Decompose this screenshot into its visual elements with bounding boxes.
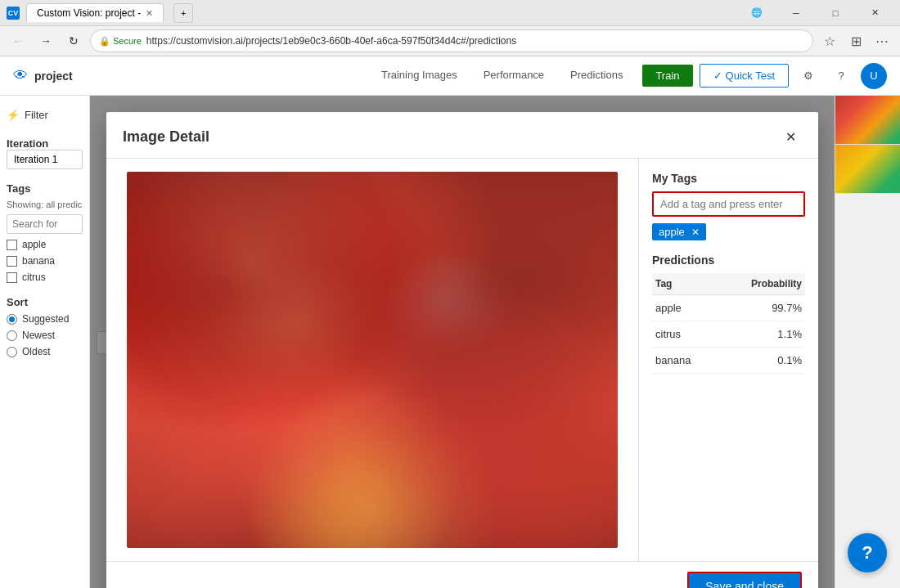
pred-prob-banana: 0.1% (717, 348, 805, 374)
tag-citrus[interactable]: citrus (7, 272, 83, 283)
settings-icon[interactable]: ⚙ (795, 63, 821, 89)
app-title: project (34, 70, 73, 83)
browser-toolbar: ← → ↻ 🔒 Secure https://customvision.ai/p… (0, 26, 900, 56)
my-tags-label: My Tags (652, 172, 805, 185)
menu-icon[interactable]: ⋯ (871, 29, 893, 52)
user-avatar[interactable]: U (861, 63, 887, 89)
forward-button[interactable]: → (34, 29, 57, 52)
browser-favicon: CV (7, 7, 20, 20)
predictions-section: Predictions Tag Probability (652, 254, 805, 374)
modal-footer: Save and close (106, 561, 818, 588)
toolbar-icons: ☆ ⊞ ⋯ (818, 29, 893, 52)
image-detail-modal: Image Detail ✕ My Tags (106, 112, 818, 588)
address-bar[interactable]: 🔒 Secure https://customvision.ai/project… (90, 29, 813, 52)
main-area: ⚡ Filter Iteration Iteration 1 Tags Show… (0, 96, 900, 588)
filter-icon: ⚡ (7, 109, 20, 121)
my-tags-section: My Tags apple ✕ (652, 172, 805, 240)
app-nav: Training Images Performance Predictions … (368, 56, 887, 96)
secure-badge: 🔒 Secure (99, 36, 142, 47)
sort-oldest[interactable]: Oldest (7, 346, 83, 357)
modal-title: Image Detail (123, 128, 209, 146)
help-fab-button[interactable]: ? (848, 533, 887, 572)
prediction-row-apple: apple 99.7% (652, 295, 805, 321)
modal-overlay: Image Detail ✕ My Tags (90, 96, 835, 588)
thumbnail-strip (835, 96, 900, 588)
newest-radio[interactable] (7, 330, 17, 341)
citrus-checkbox[interactable] (7, 272, 17, 283)
new-tab-button[interactable]: + (173, 3, 193, 23)
main-content-area: ‹ › Image Detail ✕ (90, 96, 835, 588)
apple-checkbox[interactable] (7, 240, 17, 250)
oldest-radio[interactable] (7, 347, 17, 357)
maximize-button[interactable]: □ (817, 0, 854, 26)
modal-header: Image Detail ✕ (106, 112, 818, 159)
address-text: https://customvision.ai/projects/1eb9e0c… (146, 35, 516, 47)
save-and-close-button[interactable]: Save and close (687, 572, 802, 588)
banana-checkbox[interactable] (7, 256, 17, 267)
window-controls: 🌐 ─ □ ✕ (738, 0, 893, 26)
browser-tab[interactable]: Custom Vision: project - ✕ (26, 3, 164, 22)
modal-right-panel: My Tags apple ✕ (638, 159, 818, 561)
tags-search-input[interactable] (7, 214, 83, 234)
app-container: 👁 project Training Images Performance Pr… (0, 56, 900, 588)
browser-titlebar: CV Custom Vision: project - ✕ + 🌐 ─ □ ✕ (0, 0, 900, 26)
refresh-button[interactable]: ↻ (62, 29, 85, 52)
prediction-row-citrus: citrus 1.1% (652, 321, 805, 348)
apple-tag-remove-button[interactable]: ✕ (691, 227, 700, 238)
iteration-label: Iteration (7, 137, 83, 150)
help-icon[interactable]: ? (828, 63, 854, 89)
prediction-row-banana: banana 0.1% (652, 348, 805, 374)
thumbnail-2[interactable] (835, 145, 900, 194)
sort-label: Sort (7, 296, 83, 308)
apple-tag-chip: apple ✕ (652, 223, 706, 240)
app-logo-icon: 👁 (13, 67, 28, 84)
sort-suggested[interactable]: Suggested (7, 313, 83, 325)
header-icons: ⚙ ? U (795, 63, 887, 89)
minimize-button[interactable]: ─ (777, 0, 815, 26)
sort-newest[interactable]: Newest (7, 330, 83, 341)
filter-button[interactable]: ⚡ Filter (7, 105, 83, 124)
pred-prob-apple: 99.7% (717, 295, 805, 321)
sidebar-iteration-section: Iteration Iteration 1 (7, 134, 83, 169)
pred-prob-citrus: 1.1% (717, 321, 805, 348)
thumbnail-1[interactable] (835, 96, 900, 145)
star-icon[interactable]: ☆ (818, 29, 841, 52)
suggested-radio[interactable] (7, 314, 17, 325)
browser-chrome: CV Custom Vision: project - ✕ + 🌐 ─ □ ✕ … (0, 0, 900, 56)
modal-image-area (106, 159, 638, 561)
tag-banana[interactable]: banana (7, 255, 83, 267)
checkmark-icon: ✓ (713, 70, 722, 82)
nav-performance[interactable]: Performance (470, 56, 557, 96)
iteration-dropdown[interactable]: Iteration 1 (7, 150, 83, 169)
nav-training-images[interactable]: Training Images (368, 56, 470, 96)
sidebar-tags-section: Tags Showing: all predic apple banana ci… (7, 179, 83, 283)
app-header: 👁 project Training Images Performance Pr… (0, 56, 900, 96)
quick-test-button[interactable]: ✓ Quick Test (700, 64, 789, 88)
tab-close-icon[interactable]: ✕ (146, 8, 153, 19)
pred-tag-apple: apple (652, 295, 717, 321)
tag-apple[interactable]: apple (7, 239, 83, 250)
col-probability: Probability (717, 273, 805, 295)
close-button[interactable]: ✕ (856, 0, 893, 26)
modal-close-button[interactable]: ✕ (779, 125, 802, 148)
predictions-label: Predictions (652, 254, 805, 267)
tag-input-wrapper (652, 191, 805, 217)
tab-title: Custom Vision: project - (37, 7, 141, 19)
modal-body: My Tags apple ✕ (106, 159, 818, 561)
sidebar-sort-section: Sort Suggested Newest Oldest (7, 293, 83, 357)
lock-icon: 🔒 (99, 36, 110, 47)
network-icon: 🌐 (738, 0, 776, 26)
pred-tag-citrus: citrus (652, 321, 717, 348)
predictions-table: Tag Probability apple 99.7% (652, 273, 805, 374)
tag-input[interactable] (660, 198, 797, 210)
pred-tag-banana: banana (652, 348, 717, 374)
train-button[interactable]: Train (642, 65, 692, 87)
apple-image (127, 172, 618, 548)
col-tag: Tag (652, 273, 717, 295)
nav-predictions[interactable]: Predictions (557, 56, 636, 96)
back-button[interactable]: ← (7, 29, 29, 52)
hub-icon[interactable]: ⊞ (844, 29, 867, 52)
sidebar: ⚡ Filter Iteration Iteration 1 Tags Show… (0, 96, 90, 588)
tags-showing: Showing: all predic (7, 200, 83, 209)
tags-label: Tags (7, 182, 83, 195)
